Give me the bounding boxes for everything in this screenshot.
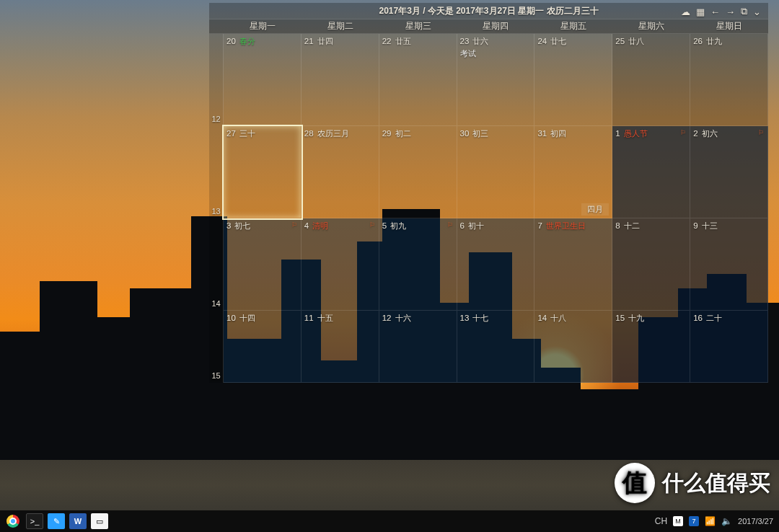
calendar-event: 考试 <box>460 48 532 59</box>
tray-clock[interactable]: 2017/3/27 <box>738 517 773 526</box>
taskbar-app-terminal[interactable]: >_ <box>26 513 43 529</box>
day-number: 10 <box>226 314 236 322</box>
lunar-label: 二十 <box>704 314 722 322</box>
lunar-label: 初四 <box>548 129 566 138</box>
calendar-day[interactable]: 23 廿六考试 <box>457 34 535 126</box>
lunar-label: 十三 <box>700 221 718 230</box>
lunar-label: 廿七 <box>548 37 566 45</box>
lunar-label: 廿四 <box>315 37 333 45</box>
month-label: 四月 <box>581 203 609 216</box>
lunar-label: 清明 <box>310 221 328 230</box>
calendar-day[interactable]: 15 十九 <box>612 311 690 383</box>
flag-icon: ⚐ <box>447 221 453 229</box>
lunar-label: 十八 <box>548 314 566 322</box>
lunar-label: 十六 <box>393 314 411 322</box>
calendar-day[interactable]: 30 初三 <box>457 126 535 218</box>
day-number: 22 <box>382 37 392 45</box>
day-of-week-header: 星期一 星期二 星期三 星期四 星期五 星期六 星期日 <box>209 19 768 34</box>
lunar-label: 初九 <box>388 221 406 230</box>
calendar-header: 2017年3月 / 今天是 2017年3月27日 星期一 农历二月三十 ☁ ▦ … <box>209 3 768 19</box>
dow-wed: 星期三 <box>379 19 457 33</box>
lunar-label: 十四 <box>237 314 255 322</box>
lunar-label: 初二 <box>393 129 411 138</box>
week-number: 12 <box>209 34 224 126</box>
lunar-label: 廿九 <box>704 37 722 45</box>
day-number: 5 <box>382 221 387 230</box>
calendar-day[interactable]: 27 三十 <box>224 126 302 218</box>
taskbar-app-word[interactable]: W <box>69 513 87 529</box>
calendar-day[interactable]: 13 十七 <box>457 311 535 383</box>
calendar-day[interactable]: 12 十六 <box>379 311 457 383</box>
day-number: 27 <box>226 129 236 138</box>
flag-icon: ⚐ <box>369 221 375 229</box>
calendar-day[interactable]: 31 初四四月 <box>534 126 612 218</box>
lunar-label: 廿八 <box>626 37 644 45</box>
lunar-label: 世界卫生日 <box>544 221 586 230</box>
day-number: 1 <box>615 129 620 138</box>
calendar-day[interactable]: 14 十八 <box>534 311 612 383</box>
calendar-day[interactable]: 6 初十 <box>457 218 535 311</box>
lunar-label: 初七 <box>232 221 250 230</box>
calendar-day[interactable]: 16 二十 <box>690 311 768 383</box>
calendar-day[interactable]: 21 廿四 <box>302 34 379 126</box>
lunar-label: 三十 <box>237 129 255 138</box>
calendar-day[interactable]: 4 清明⚐ <box>302 218 379 311</box>
lunar-label: 廿五 <box>393 37 411 45</box>
day-number: 8 <box>615 221 620 230</box>
day-number: 20 <box>226 37 236 45</box>
calendar-day[interactable]: 29 初二 <box>379 126 457 218</box>
cloud-icon[interactable]: ☁ <box>681 6 690 17</box>
calendar-day[interactable]: 5 初九⚐ <box>379 218 457 311</box>
day-number: 26 <box>693 37 703 45</box>
calendar-day[interactable]: 3 初七⚐ <box>224 218 302 311</box>
calendar-day[interactable]: 26 廿九 <box>690 34 768 126</box>
calendar-day[interactable]: 28 农历三月 <box>302 126 379 218</box>
taskbar-app-notes[interactable]: ✎ <box>48 513 65 529</box>
calendar-day[interactable]: 8 十二 <box>612 218 690 311</box>
lunar-label: 十九 <box>626 314 644 322</box>
flag-icon: ⚐ <box>758 129 764 136</box>
tray-seven-icon[interactable]: 7 <box>689 516 699 526</box>
prev-icon[interactable]: ← <box>710 6 720 17</box>
calendar-day[interactable]: 1 愚人节⚐ <box>612 126 690 218</box>
taskbar-app-chrome[interactable] <box>6 515 19 528</box>
day-number: 14 <box>537 314 547 322</box>
day-number: 3 <box>226 221 231 230</box>
tray-network-icon[interactable]: 📶 <box>705 516 716 526</box>
day-number: 7 <box>537 221 542 230</box>
calendar-day[interactable]: 25 廿八 <box>612 34 690 126</box>
lunar-label: 十二 <box>622 221 640 230</box>
dow-tue: 星期二 <box>302 19 379 33</box>
calendar-day[interactable]: 20 春分 <box>224 34 302 126</box>
tray-ime[interactable]: CH <box>655 516 667 526</box>
calendar-icon[interactable]: ▦ <box>696 6 705 17</box>
dow-fri: 星期五 <box>534 19 612 33</box>
calendar-day[interactable]: 7 世界卫生日 <box>534 218 612 311</box>
calendar-day[interactable]: 22 廿五 <box>379 34 457 126</box>
taskbar-app-notepad[interactable]: ▭ <box>91 513 108 529</box>
dow-sun: 星期日 <box>690 19 768 33</box>
calendar-day[interactable]: 2 初六⚐ <box>690 126 768 218</box>
screens-icon[interactable]: ⧉ <box>741 6 747 17</box>
tray-m-icon[interactable]: M <box>673 516 683 526</box>
calendar-day[interactable]: 24 廿七 <box>534 34 612 126</box>
calendar-day[interactable]: 9 十三 <box>690 218 768 311</box>
flag-icon: ⚐ <box>680 129 686 136</box>
chevron-down-icon[interactable]: ⌄ <box>753 6 761 17</box>
calendar-day[interactable]: 10 十四 <box>224 311 302 383</box>
lunar-label: 十七 <box>470 314 488 322</box>
next-icon[interactable]: → <box>726 6 735 17</box>
calendar-grid: 1220 春分21 廿四22 廿五23 廿六考试24 廿七25 廿八26 廿九1… <box>209 34 768 383</box>
tray-volume-icon[interactable]: 🔈 <box>721 516 732 526</box>
day-number: 13 <box>460 314 470 322</box>
lunar-label: 初六 <box>700 129 718 138</box>
calendar-day[interactable]: 11 十五 <box>302 311 379 383</box>
day-number: 31 <box>537 129 547 138</box>
lunar-label: 廿六 <box>470 37 488 45</box>
flag-icon: ⚐ <box>291 221 297 229</box>
day-number: 9 <box>693 221 697 230</box>
day-number: 16 <box>693 314 703 322</box>
day-number: 11 <box>304 314 314 322</box>
day-number: 24 <box>537 37 547 45</box>
taskbar: >_ ✎ W ▭ CH M 7 📶 🔈 2017/3/27 <box>0 510 779 532</box>
